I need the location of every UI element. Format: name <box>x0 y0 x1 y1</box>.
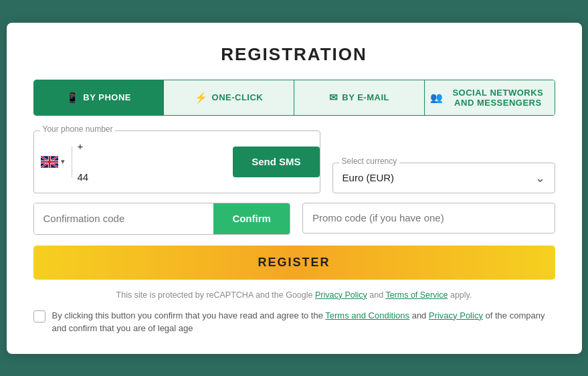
consent-and: and <box>412 310 427 320</box>
tab-social-label: SOCIAL NETWORKS AND MESSENGERS <box>447 88 549 108</box>
tab-social[interactable]: 👥 SOCIAL NETWORKS AND MESSENGERS <box>425 80 555 115</box>
tab-by-phone-label: BY PHONE <box>83 92 131 102</box>
phone-prefix: + 44 <box>72 131 94 193</box>
consent-row: By clicking this button you confirm that… <box>33 309 555 335</box>
currency-select-wrap[interactable]: Euro (EUR) US Dollar (USD) British Pound… <box>332 163 555 193</box>
social-icon: 👥 <box>430 92 444 104</box>
tab-one-click[interactable]: ⚡ ONE-CLICK <box>164 80 294 115</box>
phone-icon: 📱 <box>66 92 80 104</box>
consent-privacy-link[interactable]: Privacy Policy <box>429 310 483 320</box>
email-icon: ✉ <box>329 92 338 104</box>
phone-input[interactable] <box>94 147 231 177</box>
recaptcha-apply: apply. <box>450 290 472 300</box>
flag-select[interactable]: ▾ <box>34 147 72 177</box>
phone-currency-row: Your phone number ▾ + <box>33 130 555 193</box>
tab-by-email-label: BY E-MAIL <box>342 92 389 102</box>
uk-flag-svg <box>41 156 58 168</box>
flag-chevron-icon: ▾ <box>61 157 65 166</box>
currency-chevron-icon: ⌄ <box>535 171 545 185</box>
privacy-policy-link[interactable]: Privacy Policy <box>315 290 367 300</box>
phone-inner: ▾ + 44 Send SMS <box>33 130 320 193</box>
confirmation-group: Confirm <box>33 203 290 235</box>
recaptcha-and: and <box>369 290 383 300</box>
recaptcha-notice: This site is protected by reCAPTCHA and … <box>33 290 555 300</box>
tab-one-click-label: ONE-CLICK <box>212 92 264 102</box>
consent-checkbox[interactable] <box>33 310 45 322</box>
tab-by-phone[interactable]: 📱 BY PHONE <box>34 80 165 115</box>
currency-group: Select currency Euro (EUR) US Dollar (US… <box>332 163 555 193</box>
consent-text: By clicking this button you confirm that… <box>52 309 555 335</box>
lightning-icon: ⚡ <box>195 92 208 104</box>
recaptcha-text: This site is protected by reCAPTCHA and … <box>116 290 313 300</box>
terms-of-service-link[interactable]: Terms of Service <box>385 290 448 300</box>
confirmation-code-input[interactable] <box>34 203 214 234</box>
currency-select[interactable]: Euro (EUR) US Dollar (USD) British Pound… <box>342 172 535 183</box>
phone-group: Your phone number ▾ + <box>33 130 320 193</box>
registration-card: REGISTRATION 📱 BY PHONE ⚡ ONE-CLICK ✉ BY… <box>7 23 582 354</box>
registration-tabs: 📱 BY PHONE ⚡ ONE-CLICK ✉ BY E-MAIL 👥 SOC… <box>33 80 555 116</box>
terms-conditions-link[interactable]: Terms and Conditions <box>325 310 409 320</box>
send-sms-button[interactable]: Send SMS <box>233 147 319 177</box>
tab-by-email[interactable]: ✉ BY E-MAIL <box>294 80 425 115</box>
confirm-button[interactable]: Confirm <box>213 203 290 234</box>
register-button[interactable]: REGISTER <box>33 246 555 280</box>
page-title: REGISTRATION <box>33 44 555 65</box>
phone-label: Your phone number <box>40 124 116 134</box>
confirm-promo-row: Confirm <box>33 203 555 235</box>
flag-icon <box>41 156 58 168</box>
consent-text-1: By clicking this button you confirm that… <box>52 310 323 320</box>
currency-label: Select currency <box>339 157 400 166</box>
promo-code-input[interactable] <box>302 203 555 233</box>
